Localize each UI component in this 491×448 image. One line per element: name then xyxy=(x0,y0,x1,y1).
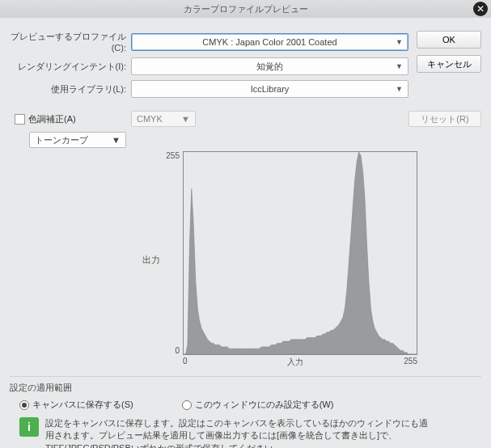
dialog-title: カラープロファイルプレビュー xyxy=(184,4,308,14)
chevron-down-icon: ▼ xyxy=(181,114,190,124)
colorspace-value: CMYK xyxy=(137,114,163,124)
scope-radio-window[interactable]: このウィンドウにのみ設定する(W) xyxy=(182,399,334,411)
info-text: 設定をキャンバスに保存します。設定はこのキャンバスを表示しているほかのウィンドウ… xyxy=(45,417,434,448)
y-axis-label: 出力 xyxy=(142,254,160,266)
x-tick-max: 255 xyxy=(404,357,417,368)
chevron-down-icon: ▼ xyxy=(396,38,403,46)
scope-title: 設定の適用範囲 xyxy=(10,382,481,394)
ok-button[interactable]: OK xyxy=(417,31,481,49)
color-correction-checkbox[interactable] xyxy=(15,114,25,125)
radio-icon xyxy=(182,400,192,410)
library-label: 使用ライブラリ(L): xyxy=(10,83,131,95)
scope-canvas-label: キャンバスに保存する(S) xyxy=(32,399,133,411)
library-select[interactable]: IccLibrary ▼ xyxy=(131,80,408,98)
x-ticks: 0 入力 255 xyxy=(183,355,417,368)
scope-radio-canvas[interactable]: キャンバスに保存する(S) xyxy=(19,399,133,411)
radio-icon xyxy=(19,400,29,410)
library-value: IccLibrary xyxy=(251,84,290,94)
chevron-down-icon: ▼ xyxy=(396,62,403,70)
tone-curve-select[interactable]: トーンカーブ ▼ xyxy=(29,132,126,148)
rendering-intent-value: 知覚的 xyxy=(256,61,283,73)
y-ticks: 255 0 xyxy=(163,151,183,355)
preview-profile-select[interactable]: CMYK : Japan Color 2001 Coated ▼ xyxy=(131,33,408,51)
close-icon[interactable]: ✕ xyxy=(473,2,488,16)
reset-button[interactable]: リセット(R) xyxy=(408,111,481,127)
rendering-intent-label: レンダリングインテント(I): xyxy=(10,61,131,73)
rendering-intent-select[interactable]: 知覚的 ▼ xyxy=(131,57,408,75)
preview-profile-value: CMYK : Japan Color 2001 Coated xyxy=(202,37,337,47)
preview-profile-label: プレビューするプロファイル(C): xyxy=(10,31,131,53)
chevron-down-icon: ▼ xyxy=(112,135,121,145)
titlebar: カラープロファイルプレビュー ✕ xyxy=(0,0,491,18)
cancel-button[interactable]: キャンセル xyxy=(417,55,481,73)
color-correction-label: 色調補正(A) xyxy=(28,113,76,125)
x-axis-label: 入力 xyxy=(287,357,303,368)
scope-window-label: このウィンドウにのみ設定する(W) xyxy=(195,399,334,411)
x-tick-min: 0 xyxy=(183,357,188,368)
chevron-down-icon: ▼ xyxy=(396,85,403,93)
colorspace-select[interactable]: CMYK ▼ xyxy=(131,111,196,127)
y-tick-max: 255 xyxy=(166,151,180,160)
histogram-chart xyxy=(183,151,417,355)
info-icon: i xyxy=(19,417,39,437)
tone-curve-value: トーンカーブ xyxy=(35,134,88,146)
divider xyxy=(10,376,481,377)
y-tick-min: 0 xyxy=(175,346,180,355)
